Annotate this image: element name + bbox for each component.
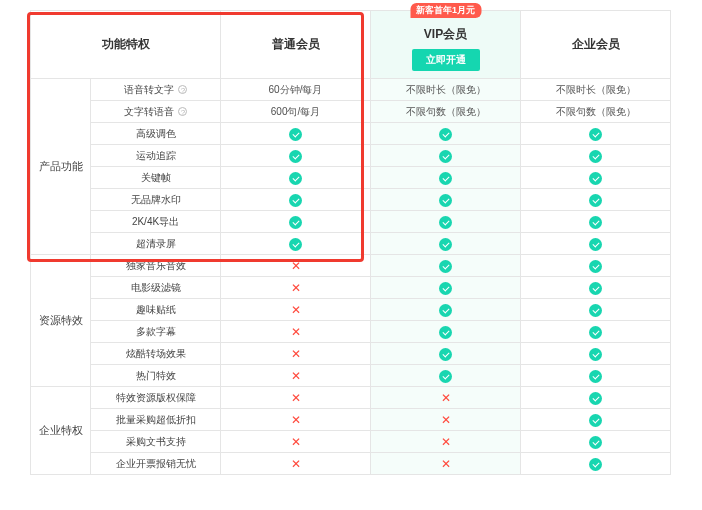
cell-text: 60分钟/每月 <box>269 84 323 95</box>
plan-cell: 60分钟/每月 <box>221 79 371 101</box>
feature-label: 趣味贴纸 <box>91 299 221 321</box>
check-icon <box>589 194 602 207</box>
header-vip: 新客首年1月元 VIP会员 立即开通 <box>371 11 521 79</box>
check-icon <box>439 172 452 185</box>
plan-cell <box>371 145 521 167</box>
plan-cell <box>371 255 521 277</box>
plan-cell <box>521 343 671 365</box>
cell-text: 不限时长（限免） <box>406 84 486 95</box>
plan-cell <box>371 277 521 299</box>
plan-cell <box>521 255 671 277</box>
plan-cell: ✕ <box>221 343 371 365</box>
plan-cell: ✕ <box>371 409 521 431</box>
table-row: 超清录屏 <box>31 233 671 255</box>
cross-icon: ✕ <box>291 281 301 295</box>
table-row: 产品功能语音转文字 60分钟/每月不限时长（限免）不限时长（限免） <box>31 79 671 101</box>
plan-cell: ✕ <box>221 453 371 475</box>
feature-label: 2K/4K导出 <box>91 211 221 233</box>
feature-label: 语音转文字 <box>91 79 221 101</box>
check-icon <box>589 260 602 273</box>
check-icon <box>589 150 602 163</box>
table-row: 企业特权特效资源版权保障✕✕ <box>31 387 671 409</box>
check-icon <box>289 172 302 185</box>
table-row: 多款字幕✕ <box>31 321 671 343</box>
check-icon <box>589 436 602 449</box>
plan-cell <box>371 299 521 321</box>
cross-icon: ✕ <box>441 391 451 405</box>
cross-icon: ✕ <box>291 391 301 405</box>
cross-icon: ✕ <box>291 347 301 361</box>
feature-label: 运动追踪 <box>91 145 221 167</box>
plan-cell <box>521 321 671 343</box>
check-icon <box>439 216 452 229</box>
cell-text: 600句/每月 <box>271 106 320 117</box>
check-icon <box>589 282 602 295</box>
plan-cell <box>521 453 671 475</box>
check-icon <box>589 370 602 383</box>
check-icon <box>589 216 602 229</box>
check-icon <box>589 172 602 185</box>
plan-cell <box>371 189 521 211</box>
plan-cell <box>521 145 671 167</box>
check-icon <box>439 282 452 295</box>
check-icon <box>439 348 452 361</box>
table-row: 高级调色 <box>31 123 671 145</box>
info-icon[interactable] <box>178 107 187 116</box>
feature-label: 无品牌水印 <box>91 189 221 211</box>
plan-cell <box>521 277 671 299</box>
feature-label: 企业开票报销无忧 <box>91 453 221 475</box>
check-icon <box>439 326 452 339</box>
feature-label: 关键帧 <box>91 167 221 189</box>
feature-label: 采购文书支持 <box>91 431 221 453</box>
feature-label: 独家音乐音效 <box>91 255 221 277</box>
table-row: 2K/4K导出 <box>31 211 671 233</box>
plan-cell: ✕ <box>221 255 371 277</box>
info-icon[interactable] <box>178 85 187 94</box>
check-icon <box>289 194 302 207</box>
cross-icon: ✕ <box>441 435 451 449</box>
header-free: 普通会员 <box>221 11 371 79</box>
check-icon <box>589 238 602 251</box>
plan-cell <box>521 409 671 431</box>
plan-cell: ✕ <box>371 387 521 409</box>
plan-cell: ✕ <box>221 277 371 299</box>
check-icon <box>589 414 602 427</box>
plan-cell <box>521 431 671 453</box>
cell-text: 不限句数（限免） <box>556 106 636 117</box>
table-row: 趣味贴纸✕ <box>31 299 671 321</box>
cross-icon: ✕ <box>441 413 451 427</box>
plan-cell <box>371 365 521 387</box>
check-icon <box>589 128 602 141</box>
check-icon <box>439 304 452 317</box>
table-row: 企业开票报销无忧✕✕ <box>31 453 671 475</box>
cross-icon: ✕ <box>291 457 301 471</box>
feature-label: 特效资源版权保障 <box>91 387 221 409</box>
plan-cell <box>371 123 521 145</box>
check-icon <box>439 238 452 251</box>
cell-text: 不限时长（限免） <box>556 84 636 95</box>
check-icon <box>589 304 602 317</box>
plan-cell: 不限句数（限免） <box>371 101 521 123</box>
feature-label: 热门特效 <box>91 365 221 387</box>
feature-label: 超清录屏 <box>91 233 221 255</box>
plan-cell <box>221 233 371 255</box>
table-row: 关键帧 <box>31 167 671 189</box>
plan-cell <box>521 387 671 409</box>
table-row: 资源特效独家音乐音效✕ <box>31 255 671 277</box>
plan-cell: ✕ <box>221 387 371 409</box>
plan-cell: 600句/每月 <box>221 101 371 123</box>
check-icon <box>439 150 452 163</box>
plan-cell <box>521 189 671 211</box>
cross-icon: ✕ <box>291 435 301 449</box>
check-icon <box>439 194 452 207</box>
plan-cell: 不限句数（限免） <box>521 101 671 123</box>
plan-cell <box>371 321 521 343</box>
cell-text: 不限句数（限免） <box>406 106 486 117</box>
plan-cell: ✕ <box>221 365 371 387</box>
vip-subscribe-button[interactable]: 立即开通 <box>412 49 480 71</box>
check-icon <box>439 370 452 383</box>
table-row: 文字转语音 600句/每月不限句数（限免）不限句数（限免） <box>31 101 671 123</box>
vip-title: VIP会员 <box>371 26 520 43</box>
plan-cell <box>221 167 371 189</box>
table-row: 热门特效✕ <box>31 365 671 387</box>
